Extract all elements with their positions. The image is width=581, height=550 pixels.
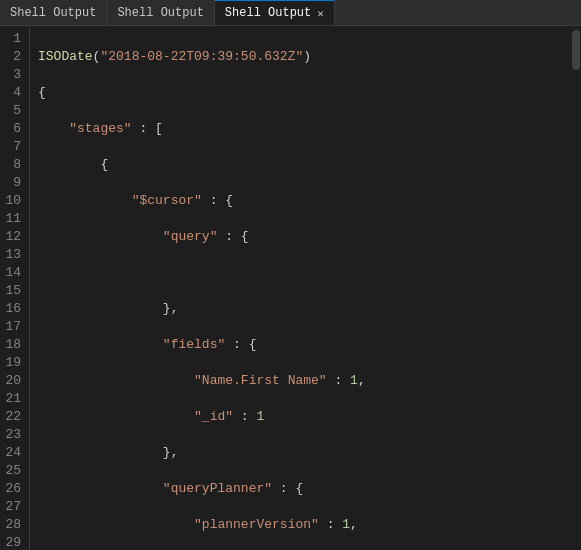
editor-area: 1 2 3 4 5 6 7 8 9 10 11 12 13 14 15 16 1… — [0, 26, 581, 550]
line-10: "Name.First Name" : 1, — [38, 372, 581, 390]
line-13: "queryPlanner" : { — [38, 480, 581, 498]
tab-2[interactable]: Shell Output — [107, 0, 214, 25]
line-6: "query" : { — [38, 228, 581, 246]
tab-bar: Shell Output Shell Output Shell Output ✕ — [0, 0, 581, 26]
tab-3-label: Shell Output — [225, 6, 311, 20]
tab-3[interactable]: Shell Output ✕ — [215, 0, 335, 25]
line-4: { — [38, 156, 581, 174]
scrollbar-track[interactable] — [571, 26, 581, 550]
line-9: "fields" : { — [38, 336, 581, 354]
line-numbers: 1 2 3 4 5 6 7 8 9 10 11 12 13 14 15 16 1… — [0, 26, 30, 550]
scrollbar-thumb[interactable] — [572, 30, 580, 70]
line-14: "plannerVersion" : 1, — [38, 516, 581, 534]
line-11: "_id" : 1 — [38, 408, 581, 426]
line-2: { — [38, 84, 581, 102]
code-content[interactable]: ISODate("2018-08-22T09:39:50.632Z") { "s… — [30, 26, 581, 550]
tab-1[interactable]: Shell Output — [0, 0, 107, 25]
line-7 — [38, 264, 581, 282]
line-12: }, — [38, 444, 581, 462]
tab-1-label: Shell Output — [10, 6, 96, 20]
line-8: }, — [38, 300, 581, 318]
close-icon[interactable]: ✕ — [317, 7, 324, 20]
line-3: "stages" : [ — [38, 120, 581, 138]
line-1: ISODate("2018-08-22T09:39:50.632Z") — [38, 48, 581, 66]
tab-2-label: Shell Output — [117, 6, 203, 20]
line-5: "$cursor" : { — [38, 192, 581, 210]
